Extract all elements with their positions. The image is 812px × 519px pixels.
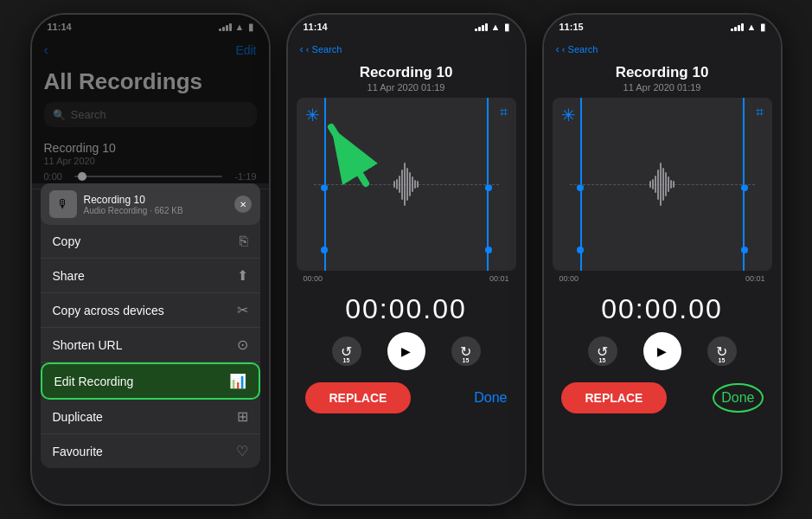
menu-copy-icon: ⎘: [240, 234, 248, 249]
skip-back-btn-2[interactable]: ↺ 15: [332, 336, 361, 366]
battery-icon-3: ▮: [760, 22, 765, 33]
search-bar-1[interactable]: 🔍 Search: [44, 102, 257, 127]
menu-item-share[interactable]: Share ⬆: [41, 259, 260, 293]
sb3: [482, 25, 484, 31]
nav-back-2[interactable]: ‹ ‹ Search: [300, 42, 342, 55]
battery-icon-2: ▮: [504, 22, 509, 33]
wf-b5: [404, 163, 406, 206]
trim-dot-br-3: [741, 247, 748, 253]
status-bar-1: 11:14 ▲ ▮: [32, 15, 269, 39]
signal-bar-3: [226, 25, 228, 31]
menu-copy-devices-icon: ✂: [237, 302, 248, 318]
status-icons-1: ▲ ▮: [219, 22, 253, 33]
playhead-icon-3[interactable]: ✳: [561, 105, 576, 125]
editor-title-2: Recording 10: [288, 61, 525, 82]
waveform-area-3: ✳ ⌗: [553, 98, 772, 271]
wf3-b9: [670, 180, 672, 189]
playhead-icon-2[interactable]: ✳: [305, 105, 320, 125]
timeline-2: 00:00 00:01: [288, 271, 525, 286]
done-button-3[interactable]: Done: [713, 383, 763, 413]
editor-date-2: 11 Apr 2020 01:19: [288, 82, 525, 93]
menu-item-shorten-url[interactable]: Shorten URL ⊙: [41, 328, 260, 362]
popup-info: Recording 10 Audio Recording · 662 KB: [84, 194, 183, 215]
search-nav-label-3: ‹ Search: [562, 44, 598, 54]
wifi-icon-3: ▲: [747, 22, 757, 32]
timeline-start-2: 00:00: [304, 274, 323, 283]
menu-share-icon: ⬆: [237, 267, 248, 284]
rec-title-1: Recording 10: [44, 141, 257, 155]
menu-item-copy-devices[interactable]: Copy across devices ✂: [41, 293, 260, 328]
status-icons-3: ▲ ▮: [731, 22, 765, 33]
sb3-3: [738, 25, 740, 31]
wf-b3: [399, 176, 400, 193]
menu-item-copy[interactable]: Copy ⎘: [41, 225, 260, 259]
wf3-b10: [673, 181, 675, 188]
signal-bars-2: [475, 22, 488, 31]
trim-dot-bl-3: [577, 247, 584, 253]
sb2: [478, 27, 481, 31]
phone-3: 11:15 ▲ ▮ ‹ ‹ Search Recording 10 11 Apr…: [542, 13, 783, 506]
progress-dot-1: [78, 172, 86, 181]
page-title-1: All Recordings: [32, 65, 269, 102]
popup-header: 🎙 Recording 10 Audio Recording · 662 KB …: [41, 183, 260, 225]
menu-duplicate-label: Duplicate: [53, 410, 103, 424]
search-icon-1: 🔍: [53, 109, 66, 121]
status-bar-3: 11:15 ▲ ▮: [544, 15, 781, 39]
sb3-4: [741, 23, 744, 31]
timeline-end-2: 00:01: [489, 274, 509, 283]
phone-1: 11:14 ▲ ▮ ‹ Edit All Recordings 🔍 Search…: [30, 13, 271, 506]
editor-title-3: Recording 10: [544, 61, 781, 82]
done-button-2[interactable]: Done: [474, 390, 507, 406]
menu-item-duplicate[interactable]: Duplicate ⊞: [41, 400, 260, 434]
nav-back-3[interactable]: ‹ ‹ Search: [556, 42, 598, 55]
timeline-start-3: 00:00: [559, 274, 579, 283]
nav-bar-2: ‹ ‹ Search: [288, 39, 525, 61]
recording-item-1[interactable]: Recording 10 11 Apr 2020 0:00 -1:19: [32, 134, 269, 189]
sb3-2: [734, 27, 737, 31]
editor-controls-2: ↺ 15 ▶ ↻ 15: [288, 332, 525, 370]
editor-controls-3: ↺ 15 ▶ ↻ 15: [544, 332, 781, 370]
skip-fwd-btn-3[interactable]: ↻ 15: [707, 336, 737, 366]
popup-close-button[interactable]: ✕: [234, 195, 252, 213]
nav-back-1[interactable]: ‹: [44, 42, 48, 58]
wf-b9: [414, 180, 416, 189]
replace-button-2[interactable]: REPLACE: [305, 382, 412, 413]
menu-copy-label: Copy: [53, 234, 81, 248]
chevron-left-icon-2: ‹: [300, 42, 304, 55]
skip-fwd-btn-2[interactable]: ↻ 15: [451, 336, 481, 366]
skip-back-btn-3[interactable]: ↺ 15: [588, 336, 617, 366]
status-time-3: 11:15: [559, 22, 584, 32]
waveform-area-2: ✳ ⌗: [297, 98, 516, 271]
menu-item-favourite[interactable]: Favourite ♡: [41, 434, 260, 468]
play-btn-2[interactable]: ▶: [387, 332, 425, 370]
wf3-b8: [668, 176, 669, 192]
rec-time-end: -1:19: [234, 171, 256, 182]
wf-b10: [417, 181, 419, 188]
rec-time-start: 0:00: [44, 171, 62, 182]
battery-icon-1: ▮: [248, 22, 253, 33]
signal-bar-2: [222, 27, 225, 31]
wf3-b4: [657, 170, 659, 200]
rec-controls-1: 0:00 -1:19: [44, 171, 257, 182]
editor-date-3: 11 Apr 2020 01:19: [544, 82, 781, 93]
menu-item-edit-recording[interactable]: Edit Recording 📊: [41, 362, 260, 400]
timer-2: 00:00.00: [288, 293, 525, 325]
menu-shorten-icon: ⊙: [237, 336, 248, 353]
wifi-icon-1: ▲: [235, 22, 245, 32]
nav-bar-1: ‹ Edit: [32, 39, 269, 65]
play-btn-3[interactable]: ▶: [643, 332, 681, 370]
popup-title: Recording 10: [84, 194, 183, 206]
waveform-shape-3: [570, 150, 755, 219]
trim-icon-3[interactable]: ⌗: [756, 105, 764, 120]
wf-b2: [396, 179, 398, 189]
trim-icon-2[interactable]: ⌗: [500, 105, 508, 120]
skip-back-number-2: 15: [343, 357, 350, 363]
wf3-b1: [649, 181, 651, 188]
replace-button-3[interactable]: REPLACE: [561, 382, 668, 413]
nav-edit-1[interactable]: Edit: [235, 43, 256, 57]
status-icons-2: ▲ ▮: [475, 22, 509, 33]
menu-duplicate-icon: ⊞: [237, 408, 248, 425]
status-time-1: 11:14: [48, 22, 72, 32]
phone-2: 11:14 ▲ ▮ ‹ ‹ Search Recording 10 11 Apr…: [286, 13, 527, 506]
trim-dot-bl: [321, 247, 328, 253]
